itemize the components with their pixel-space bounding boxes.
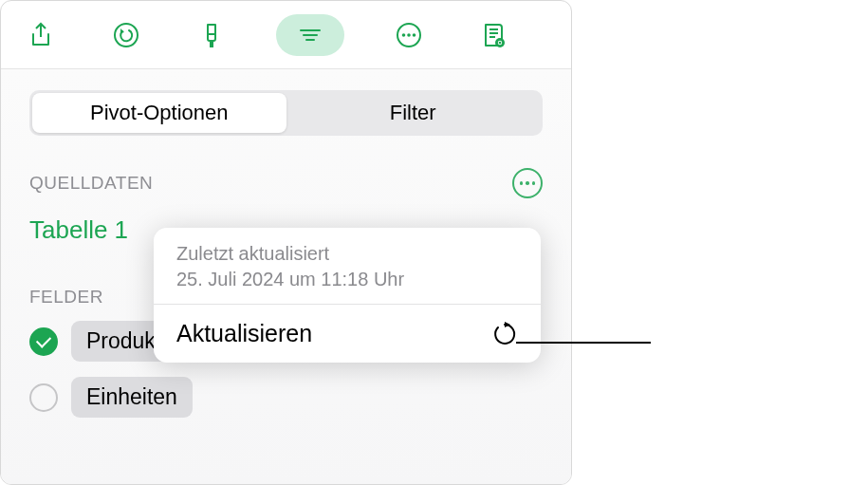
filter-list-button[interactable] (276, 14, 344, 56)
svg-point-0 (115, 24, 138, 47)
format-button[interactable] (191, 14, 232, 56)
svg-point-6 (407, 33, 411, 37)
svg-point-7 (413, 33, 416, 37)
source-data-header: QUELLDATEN (29, 173, 153, 194)
checkbox-unchecked-icon[interactable] (29, 383, 58, 412)
svg-point-13 (499, 41, 502, 44)
segment-control: Pivot-Optionen Filter (29, 90, 543, 136)
refresh-popover: Zuletzt aktualisiert 25. Juli 2024 um 11… (154, 228, 541, 363)
undo-button[interactable] (105, 14, 147, 56)
undo-icon (112, 21, 140, 49)
refresh-label: Aktualisieren (176, 320, 312, 347)
refresh-icon (491, 321, 518, 347)
activity-button[interactable] (473, 14, 515, 56)
activity-icon (480, 21, 508, 49)
tab-pivot-options[interactable]: Pivot-Optionen (32, 93, 286, 133)
share-icon (27, 21, 55, 49)
callout-line (516, 342, 651, 344)
tab-filter[interactable]: Filter (286, 93, 541, 133)
field-row-einheiten[interactable]: Einheiten (29, 377, 543, 418)
share-button[interactable] (20, 14, 62, 56)
more-ellipsis-icon (395, 21, 423, 49)
top-toolbar (1, 1, 571, 69)
checkbox-checked-icon[interactable] (29, 327, 58, 356)
refresh-row[interactable]: Aktualisieren (154, 305, 541, 363)
source-data-more-button[interactable] (512, 168, 543, 198)
last-updated-timestamp: 25. Juli 2024 um 11:18 Uhr (176, 267, 518, 292)
popover-last-updated: Zuletzt aktualisiert 25. Juli 2024 um 11… (154, 228, 541, 305)
dot-icon (520, 181, 524, 185)
brush-icon (197, 21, 226, 49)
svg-point-5 (402, 33, 406, 37)
dot-icon (526, 181, 529, 185)
field-pill[interactable]: Einheiten (71, 377, 193, 418)
dot-icon (532, 181, 536, 185)
last-updated-label: Zuletzt aktualisiert (176, 241, 518, 267)
filter-lines-icon (296, 21, 324, 49)
more-button[interactable] (388, 14, 430, 56)
